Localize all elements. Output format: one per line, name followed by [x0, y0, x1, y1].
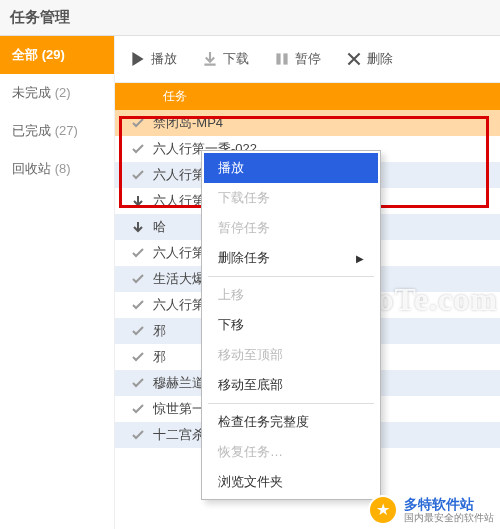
play-icon — [131, 52, 145, 66]
main-layout: 全部 (29)未完成 (2)已完成 (27)回收站 (8) 播放 下载 暂停 删… — [0, 36, 500, 529]
check-icon — [123, 142, 153, 156]
window-title: 任务管理 — [0, 0, 500, 36]
sidebar-item-label: 全部 — [12, 47, 42, 62]
menu-separator — [208, 276, 374, 277]
check-icon — [123, 402, 153, 416]
check-icon — [123, 350, 153, 364]
sidebar-item-0[interactable]: 全部 (29) — [0, 36, 114, 74]
check-icon — [123, 116, 153, 130]
task-name: 禁闭岛-MP4 — [153, 114, 492, 132]
sidebar-item-1[interactable]: 未完成 (2) — [0, 74, 114, 112]
menu-item-1: 下载任务 — [204, 183, 378, 213]
menu-item-8[interactable]: 移动至底部 — [204, 370, 378, 400]
menu-item-11: 恢复任务… — [204, 437, 378, 467]
check-icon — [123, 246, 153, 260]
check-icon — [123, 298, 153, 312]
menu-item-label: 删除任务 — [218, 249, 270, 267]
context-menu: 播放下载任务暂停任务删除任务▶上移下移移动至顶部移动至底部检查任务完整度恢复任务… — [201, 150, 381, 500]
pause-label: 暂停 — [295, 50, 321, 68]
sidebar-item-label: 未完成 — [12, 85, 55, 100]
svg-rect-1 — [276, 53, 280, 64]
task-row[interactable]: 禁闭岛-MP4 — [115, 110, 500, 136]
menu-item-label: 移动至顶部 — [218, 346, 283, 364]
svg-rect-2 — [283, 53, 287, 64]
download-arrow-icon — [123, 194, 153, 208]
delete-icon — [347, 52, 361, 66]
sidebar-item-label: 已完成 — [12, 123, 55, 138]
menu-item-label: 下载任务 — [218, 189, 270, 207]
main-area: 播放 下载 暂停 删除 任务 禁闭岛-MP4六人行第一季-022六人行第一季-0… — [115, 36, 500, 529]
menu-item-label: 暂停任务 — [218, 219, 270, 237]
menu-item-3[interactable]: 删除任务▶ — [204, 243, 378, 273]
badge-subtitle: 国内最安全的软件站 — [404, 512, 494, 524]
sidebar-item-count: (27) — [55, 123, 78, 138]
badge-logo-icon — [368, 495, 398, 525]
play-button[interactable]: 播放 — [119, 44, 189, 74]
download-icon — [203, 52, 217, 66]
check-icon — [123, 168, 153, 182]
sidebar-item-count: (29) — [42, 47, 65, 62]
download-label: 下载 — [223, 50, 249, 68]
sidebar-item-3[interactable]: 回收站 (8) — [0, 150, 114, 188]
menu-item-label: 上移 — [218, 286, 244, 304]
menu-separator — [208, 403, 374, 404]
sidebar-item-count: (2) — [55, 85, 71, 100]
delete-button[interactable]: 删除 — [335, 44, 405, 74]
pause-icon — [275, 52, 289, 66]
check-icon — [123, 428, 153, 442]
badge-text: 多特软件站 国内最安全的软件站 — [404, 496, 494, 525]
submenu-arrow-icon: ▶ — [356, 253, 364, 264]
play-label: 播放 — [151, 50, 177, 68]
check-icon — [123, 376, 153, 390]
site-badge: 多特软件站 国内最安全的软件站 — [368, 495, 494, 525]
sidebar-item-2[interactable]: 已完成 (27) — [0, 112, 114, 150]
toolbar: 播放 下载 暂停 删除 — [115, 36, 500, 83]
menu-item-7: 移动至顶部 — [204, 340, 378, 370]
check-icon — [123, 324, 153, 338]
sidebar: 全部 (29)未完成 (2)已完成 (27)回收站 (8) — [0, 36, 115, 529]
sidebar-item-count: (8) — [55, 161, 71, 176]
menu-item-5: 上移 — [204, 280, 378, 310]
menu-item-label: 检查任务完整度 — [218, 413, 309, 431]
menu-item-2: 暂停任务 — [204, 213, 378, 243]
menu-item-label: 播放 — [218, 159, 244, 177]
task-column-header: 任务 — [115, 83, 500, 110]
menu-item-label: 恢复任务… — [218, 443, 283, 461]
menu-item-label: 下移 — [218, 316, 244, 334]
download-button[interactable]: 下载 — [191, 44, 261, 74]
menu-item-12[interactable]: 浏览文件夹 — [204, 467, 378, 497]
menu-item-10[interactable]: 检查任务完整度 — [204, 407, 378, 437]
sidebar-item-label: 回收站 — [12, 161, 55, 176]
menu-item-0[interactable]: 播放 — [204, 153, 378, 183]
menu-item-label: 浏览文件夹 — [218, 473, 283, 491]
pause-button[interactable]: 暂停 — [263, 44, 333, 74]
menu-item-label: 移动至底部 — [218, 376, 283, 394]
menu-item-6[interactable]: 下移 — [204, 310, 378, 340]
svg-marker-0 — [132, 52, 143, 66]
badge-title: 多特软件站 — [404, 496, 494, 513]
delete-label: 删除 — [367, 50, 393, 68]
download-arrow-icon — [123, 220, 153, 234]
check-icon — [123, 272, 153, 286]
